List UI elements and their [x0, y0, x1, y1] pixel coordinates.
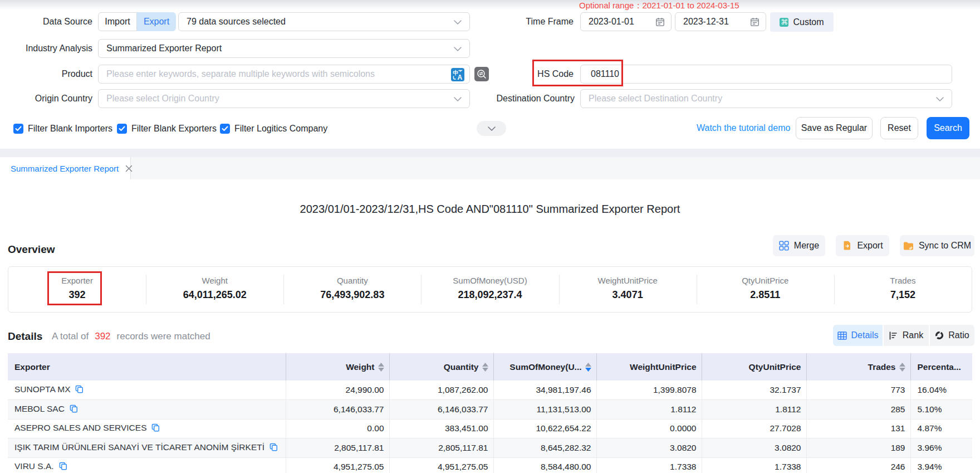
cell-quantity: 2,805,117.81 [389, 438, 493, 458]
copy-icon[interactable] [151, 424, 160, 433]
view-rank-button[interactable]: Rank [884, 325, 929, 346]
stat-value: 76,493,902.83 [283, 289, 421, 301]
cell-weight: 6,146,033.77 [286, 400, 389, 420]
column-header-trades[interactable]: Trades [806, 353, 910, 381]
search-button[interactable]: Search [927, 117, 969, 139]
column-header-qtyunitprice: QtyUnitPrice [702, 353, 806, 381]
origin-country-select[interactable]: Please select Origin Country [98, 89, 470, 108]
custom-button[interactable]: ⌘ Custom [770, 12, 834, 32]
sort-icon[interactable] [482, 363, 488, 372]
sort-icon[interactable] [378, 363, 384, 372]
overview-heading: Overview [8, 243, 55, 256]
product-placeholder: Please enter keywords, separate multiple… [106, 69, 375, 79]
filter-blank-importers-checkbox[interactable]: Filter Blank Importers [13, 124, 112, 134]
exporter-name[interactable]: SUNOPTA MX [14, 384, 70, 394]
total-count: 392 [95, 331, 110, 342]
sync-to-crm-button[interactable]: Sync to CRM [900, 235, 974, 256]
merge-button[interactable]: Merge [773, 235, 825, 256]
sort-icon[interactable] [899, 363, 905, 372]
cell-sumofmoney-u-: 8,645,282.32 [493, 438, 596, 458]
cell-sumofmoney-u-: 10,622,654.22 [493, 419, 596, 438]
cell-percenta-: 16.04% [910, 381, 972, 400]
report-title: 2023/01/01-2023/12/31,HS Code AND"081110… [0, 203, 980, 216]
table-header-row: ExporterWeightQuantitySumOfMoney(U...Wei… [8, 353, 972, 381]
exporter-stat-annotation-box [47, 271, 102, 305]
stat-trades: Trades7,152 [834, 267, 972, 312]
sort-icon[interactable] [585, 363, 591, 372]
save-as-regular-button[interactable]: Save as Regular [796, 117, 873, 139]
cell-exporter: SUNOPTA MX [8, 381, 286, 400]
start-date-value: 2023-01-01 [589, 17, 634, 26]
export-toggle[interactable]: Export [137, 12, 176, 31]
industry-analysis-value: Summarized Exporter Report [106, 43, 222, 53]
product-input[interactable]: Please enter keywords, separate multiple… [98, 65, 470, 84]
filter-logitics-company-checkbox[interactable]: Filter Logitics Company [220, 124, 327, 134]
cell-weight: 0.00 [286, 419, 389, 438]
import-toggle[interactable]: Import [98, 12, 137, 31]
view-details-label: Details [851, 330, 879, 340]
data-sources-select[interactable]: 79 data sources selected [178, 12, 470, 31]
stat-weightunitprice: WeightUnitPrice3.4071 [559, 267, 697, 312]
cell-sumofmoney-u-: 8,584,480.00 [493, 457, 596, 473]
column-header-weight[interactable]: Weight [286, 353, 389, 381]
tabstrip-spacer [0, 149, 980, 157]
reset-button[interactable]: Reset [880, 117, 918, 139]
cell-exporter: IŞIK TARIM ÜRÜNLERİ SANAYİ VE TİCARET AN… [8, 438, 286, 458]
calendar-icon [750, 17, 759, 27]
chevron-down-icon [454, 97, 462, 101]
destination-country-label: Destination Country [462, 89, 575, 108]
copy-icon[interactable] [75, 386, 84, 395]
details-heading: Details [8, 330, 42, 343]
cell-trades: 285 [806, 400, 910, 420]
column-header-percenta-: Percenta... [910, 353, 972, 381]
stat-label: QtyUnitPrice [697, 276, 834, 285]
end-date-value: 2023-12-31 [683, 17, 729, 26]
cell-quantity: 6,146,033.77 [389, 400, 493, 420]
tutorial-link[interactable]: Watch the tutorial demo [697, 123, 790, 133]
industry-analysis-select[interactable]: Summarized Exporter Report [98, 39, 470, 58]
destination-country-select[interactable]: Please select Destination Country [580, 89, 952, 108]
checkbox-label: Filter Blank Importers [28, 124, 112, 134]
end-date-input[interactable]: 2023-12-31 [675, 12, 766, 31]
cell-trades: 773 [806, 381, 910, 400]
copy-icon[interactable] [59, 462, 67, 472]
column-header-quantity[interactable]: Quantity [389, 353, 493, 381]
view-rank-label: Rank [903, 330, 923, 340]
view-ratio-label: Ratio [948, 330, 969, 340]
stat-value: 64,011,265.02 [146, 289, 283, 301]
stat-label: Trades [834, 276, 972, 285]
collapse-filters-button[interactable] [477, 121, 506, 136]
filter-blank-exporters-checkbox[interactable]: Filter Blank Exporters [117, 124, 217, 134]
view-details-button[interactable]: Details [833, 325, 883, 346]
start-date-input[interactable]: 2023-01-01 [580, 12, 672, 31]
cell-weight: 24,990.00 [286, 381, 389, 400]
copy-icon[interactable] [270, 443, 278, 453]
translate-icon[interactable]: 中 A [451, 68, 464, 81]
stat-label: Weight [146, 276, 283, 285]
exporter-name[interactable]: MEBOL SAC [14, 404, 65, 413]
exporter-name[interactable]: VIRU S.A. [14, 461, 54, 471]
data-sources-value: 79 data sources selected [187, 17, 286, 26]
column-label: Percenta... [918, 362, 961, 372]
cell-trades: 189 [806, 438, 910, 458]
checkbox-checked-icon [13, 124, 23, 134]
chevron-down-icon [936, 97, 944, 101]
cell-trades: 131 [806, 419, 910, 438]
table-row: SUNOPTA MX24,990.001,087,262.0034,981,19… [8, 381, 972, 400]
exporter-name[interactable]: IŞIK TARIM ÜRÜNLERİ SANAYİ VE TİCARET AN… [14, 442, 264, 452]
export-button[interactable]: Export [836, 235, 889, 256]
page: Data Source Import Export 79 data source… [0, 0, 980, 473]
table-row: ASEPRO SALES AND SERVICES0.00383,451.001… [8, 419, 972, 438]
column-header-sumofmoney-u-[interactable]: SumOfMoney(U... [493, 353, 596, 381]
cell-qtyunitprice: 32.1737 [702, 381, 806, 400]
destination-country-placeholder: Please select Destination Country [589, 94, 722, 103]
view-ratio-button[interactable]: Ratio [930, 325, 974, 346]
tab-summarized-exporter-report[interactable]: Summarized Exporter Report [0, 157, 131, 179]
hs-code-input[interactable]: 081110 [580, 65, 952, 84]
close-icon[interactable] [125, 164, 133, 173]
checkbox-label: Filter Blank Exporters [131, 124, 217, 134]
total-suffix: records were matched [117, 331, 210, 342]
cell-trades: 246 [806, 457, 910, 473]
copy-icon[interactable] [70, 405, 78, 415]
exporter-name[interactable]: ASEPRO SALES AND SERVICES [14, 423, 146, 432]
